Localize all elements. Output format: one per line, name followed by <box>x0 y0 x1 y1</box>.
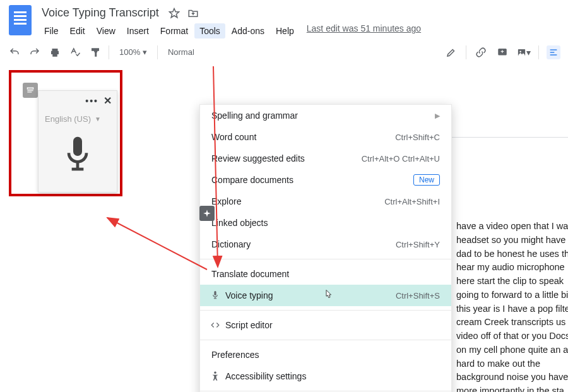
new-badge: New <box>413 174 440 186</box>
style-select[interactable]: Normal <box>164 47 198 57</box>
svg-marker-15 <box>203 212 211 215</box>
menu-tools[interactable]: Tools <box>194 23 225 39</box>
menu-compare-docs[interactable]: Compare documentsNew <box>200 169 451 191</box>
align-icon[interactable] <box>547 45 560 59</box>
explore-badge-icon <box>199 206 215 221</box>
svg-text:+: + <box>500 49 504 55</box>
star-icon[interactable] <box>168 7 180 20</box>
svg-line-22 <box>107 218 207 270</box>
docs-logo-icon[interactable] <box>9 5 32 35</box>
header: Voice Typing Transcript File Edit View I… <box>0 0 568 39</box>
menubar: File Edit View Insert Format Tools Add-o… <box>39 21 559 39</box>
document-title[interactable]: Voice Typing Transcript <box>39 5 162 21</box>
svg-rect-11 <box>73 137 82 156</box>
highlight-icon[interactable] <box>444 45 458 59</box>
separator <box>538 45 539 59</box>
paint-format-icon[interactable] <box>88 45 102 59</box>
menu-review-edits[interactable]: Review suggested editsCtrl+Alt+O Ctrl+Al… <box>200 148 451 169</box>
redo-icon[interactable] <box>28 45 42 59</box>
undo-icon[interactable] <box>8 45 21 59</box>
voice-typing-panel[interactable]: ••• ✕ English (US)▼ <box>38 90 117 193</box>
menu-linked-objects[interactable]: Linked objects <box>200 212 451 234</box>
last-edit-status[interactable]: Last edit was 51 minutes ago <box>307 23 421 39</box>
svg-rect-16 <box>214 291 216 295</box>
microphone-button[interactable] <box>38 128 117 192</box>
menu-voice-typing[interactable]: Voice typing Ctrl+Shift+S <box>200 285 451 306</box>
link-icon[interactable] <box>474 45 488 59</box>
svg-point-19 <box>214 372 216 374</box>
document-text: have a video open that I want headset so… <box>456 221 568 392</box>
submenu-arrow-icon: ▶ <box>435 112 440 120</box>
menu-file[interactable]: File <box>39 23 64 39</box>
svg-point-4 <box>519 50 521 52</box>
menu-translate[interactable]: Translate document <box>200 263 451 285</box>
menu-spelling-grammar[interactable]: Spelling and grammar▶ <box>200 105 451 126</box>
more-icon[interactable]: ••• <box>85 96 98 106</box>
print-icon[interactable] <box>48 45 62 59</box>
separator <box>109 45 109 59</box>
close-icon[interactable]: ✕ <box>104 95 112 107</box>
highlight-box: ••• ✕ English (US)▼ <box>9 70 122 196</box>
code-icon <box>208 321 223 330</box>
separator <box>200 391 451 391</box>
svg-marker-0 <box>169 8 179 17</box>
pointer-cursor-icon <box>322 288 334 303</box>
separator <box>157 45 158 59</box>
accessibility-icon <box>208 371 223 381</box>
toolbar: 100% ▾ Normal + ▾ <box>0 39 568 66</box>
image-icon[interactable]: ▾ <box>517 45 531 59</box>
menu-script-editor[interactable]: Script editor <box>200 314 451 336</box>
panel-grip-icon[interactable] <box>23 83 38 98</box>
spellcheck-icon[interactable] <box>68 45 82 59</box>
menu-edit[interactable]: Edit <box>65 23 90 39</box>
comment-icon[interactable]: + <box>495 45 509 59</box>
separator <box>200 340 451 340</box>
separator <box>466 45 466 59</box>
move-folder-icon[interactable] <box>187 7 199 20</box>
menu-explore[interactable]: ExploreCtrl+Alt+Shift+I <box>200 191 451 212</box>
menu-insert[interactable]: Insert <box>122 23 154 39</box>
menu-format[interactable]: Format <box>155 23 193 39</box>
menu-accessibility[interactable]: Accessibility settings <box>200 365 451 387</box>
zoom-select[interactable]: 100% ▾ <box>115 47 151 57</box>
menu-help[interactable]: Help <box>271 23 299 39</box>
separator <box>200 310 451 311</box>
menu-preferences[interactable]: Preferences <box>200 344 451 365</box>
menu-word-count[interactable]: Word countCtrl+Shift+C <box>200 126 451 148</box>
separator <box>200 259 451 259</box>
language-select[interactable]: English (US)▼ <box>38 110 117 128</box>
svg-rect-8 <box>27 88 33 89</box>
mic-icon <box>208 290 223 300</box>
tools-dropdown: Spelling and grammar▶ Word countCtrl+Shi… <box>199 104 452 392</box>
menu-view[interactable]: View <box>92 23 121 39</box>
menu-dictionary[interactable]: DictionaryCtrl+Shift+Y <box>200 234 451 255</box>
menu-addons[interactable]: Add-ons <box>227 23 269 39</box>
